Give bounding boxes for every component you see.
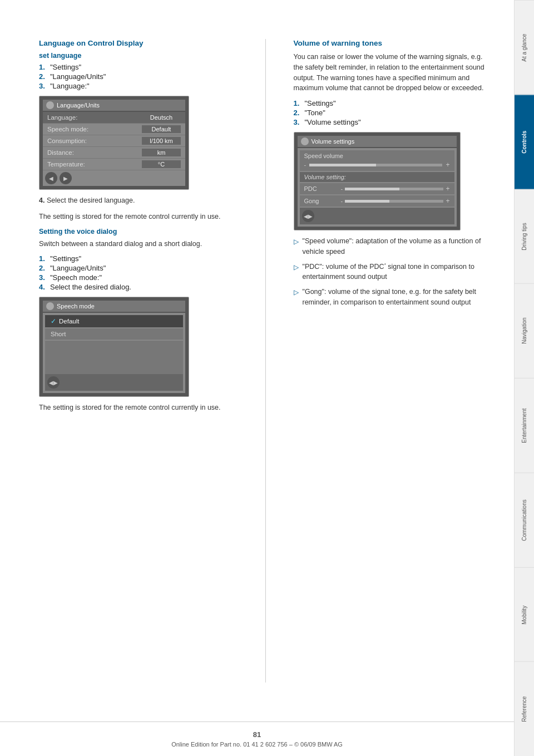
- bullet-arrow-1: ▷: [294, 237, 299, 257]
- page-number: 81: [39, 730, 475, 739]
- vol-nav: ◀▶: [300, 208, 454, 224]
- gong-bar-container: - +: [341, 197, 450, 205]
- voice-step-1: 1. "Settings": [39, 254, 238, 263]
- pdc-bar-container: - +: [341, 185, 450, 193]
- footer: 81 Online Edition for Part no. 01 41 2 6…: [0, 721, 514, 756]
- bullet-arrow-3: ▷: [294, 287, 299, 308]
- vol-nav-btn[interactable]: ◀▶: [302, 210, 314, 222]
- sidebar-item-controls[interactable]: Controls: [515, 95, 534, 189]
- screen-icon: [46, 101, 54, 109]
- right-step-2: 2. "Tone": [294, 109, 492, 117]
- distance-row: Distance: km: [43, 147, 185, 159]
- speech-nav: ◀▶: [45, 374, 183, 391]
- bullet-1: ▷ "Speed volume": adaptation of the volu…: [294, 236, 492, 257]
- sidebar-item-at-a-glance[interactable]: At a glance: [515, 0, 534, 95]
- speed-volume-section: Speed volume - +: [300, 150, 454, 171]
- vol-screen-icon: [301, 138, 309, 145]
- speech-mode-row: Speech mode: Default: [43, 124, 185, 135]
- bullet-3: ▷ "Gong": volume of the signal tone, e.g…: [294, 287, 492, 308]
- voice-step-2: 2. "Language/Units": [39, 264, 238, 272]
- pdc-row: PDC - +: [300, 183, 454, 194]
- vol-screen-body: Speed volume - + Volume set: [298, 148, 457, 227]
- sidebar-item-communications[interactable]: Communications: [515, 473, 534, 567]
- speech-nav-btn[interactable]: ◀▶: [47, 376, 60, 389]
- sidebar: At a glance Controls Driving tips Naviga…: [514, 0, 534, 756]
- voice-dialog-subtitle: Setting the voice dialog: [39, 228, 238, 235]
- speech-mode-screen: Speech mode ✓ Default Short: [39, 297, 189, 397]
- right-step-1: 1. "Settings": [294, 99, 492, 107]
- language-units-screen: Language/Units Language: Deutsch Speech …: [39, 96, 189, 190]
- nav-right[interactable]: ▶: [60, 172, 72, 184]
- para1: The setting is stored for the remote con…: [39, 212, 238, 222]
- sidebar-item-navigation[interactable]: Navigation: [515, 283, 534, 378]
- step-3: 3. "Language:": [39, 82, 238, 90]
- pdc-bar-fill: [345, 188, 399, 190]
- speed-volume-bar: - +: [304, 161, 450, 169]
- voice-steps: 1. "Settings" 2. "Language/Units" 3. "Sp…: [39, 254, 238, 291]
- right-step-3: 3. "Volume settings": [294, 118, 492, 126]
- column-divider: [265, 39, 266, 683]
- speed-vol-bar-bg: [309, 164, 442, 166]
- intro-para: You can raise or lower the volume of the…: [294, 52, 492, 94]
- voice-para: Switch between a standard dialog and a s…: [39, 239, 238, 249]
- temperature-row: Temperature: °C: [43, 159, 185, 170]
- screen-body: Language: Deutsch Speech mode: Default C…: [43, 112, 185, 186]
- bullet-arrow-2: ▷: [294, 262, 299, 283]
- right-section-title: Volume of warning tones: [294, 39, 492, 47]
- screen-nav: ◀ ▶: [43, 170, 185, 186]
- voice-step-3: 3. "Speech mode:": [39, 273, 238, 282]
- pdc-bar-bg: [345, 188, 443, 190]
- vol-setting-label: Volume setting:: [300, 172, 454, 182]
- speed-vol-bar-fill: [309, 164, 376, 166]
- voice-step-4: 4. Select the desired dialog.: [39, 283, 238, 291]
- speech-screen-filler: [45, 341, 183, 374]
- right-steps: 1. "Settings" 2. "Tone" 3. "Volume setti…: [294, 99, 492, 126]
- step-1: 1. "Settings": [39, 63, 238, 71]
- gong-bar-fill: [345, 200, 389, 203]
- set-language-subtitle: set language: [39, 52, 238, 60]
- speech-options-body: ✓ Default Short ◀▶: [43, 313, 185, 393]
- sidebar-item-mobility[interactable]: Mobility: [515, 567, 534, 662]
- speech-option-short: Short: [45, 328, 183, 340]
- step-2: 2. "Language/Units": [39, 72, 238, 81]
- step4-text: 4. Select the desired language.: [39, 195, 238, 206]
- footer-text: Online Edition for Part no. 01 41 2 602 …: [39, 741, 475, 748]
- speech-option-default: ✓ Default: [45, 315, 183, 327]
- bullet-list: ▷ "Speed volume": adaptation of the volu…: [294, 236, 492, 308]
- bullet-2: ▷ "PDC": volume of the PDC* signal tone …: [294, 262, 492, 283]
- consumption-row: Consumption: l/100 km: [43, 135, 185, 147]
- left-section-title: Language on Control Display: [39, 39, 238, 47]
- gong-row: Gong - +: [300, 195, 454, 207]
- sidebar-item-reference[interactable]: Reference: [515, 661, 534, 756]
- speech-screen-icon: [46, 302, 54, 310]
- set-language-steps: 1. "Settings" 2. "Language/Units" 3. "La…: [39, 63, 238, 90]
- sidebar-item-entertainment[interactable]: Entertainment: [515, 378, 534, 473]
- volume-settings-screen: Volume settings Speed volume -: [294, 132, 461, 230]
- para2: The setting is stored for the remote con…: [39, 402, 238, 413]
- sidebar-item-driving-tips[interactable]: Driving tips: [515, 189, 534, 284]
- gong-bar-bg: [345, 200, 443, 203]
- language-row: Language: Deutsch: [43, 112, 185, 124]
- nav-left[interactable]: ◀: [45, 172, 57, 184]
